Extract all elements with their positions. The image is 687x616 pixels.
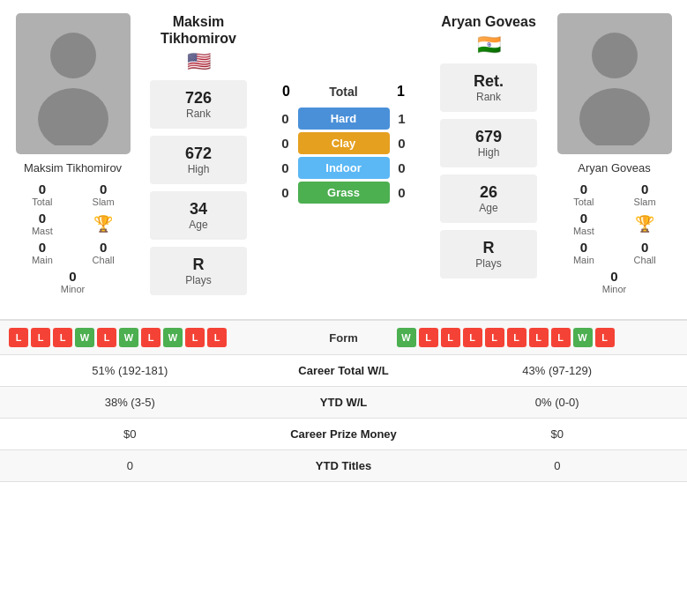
stat-right-1: 0% (0-0) [441,396,675,409]
form-badge-l: L [141,328,161,347]
stat-right-3: 0 [441,459,675,472]
stat-row-0: 51% (192-181) Career Total W/L 43% (97-1… [0,355,687,387]
total-row: 0 Total 1 [273,84,414,100]
form-badge-w: W [75,328,94,347]
stat-left-2: $0 [13,427,247,441]
top-wrapper: Maksim Tikhomirov 0 Total 0 Slam 0 Mast … [0,0,687,319]
form-badge-w: W [397,328,416,347]
form-row: LLLWLWLWLL Form WLLLLLLLWL [0,321,687,355]
form-badge-l: L [9,328,28,347]
form-badge-w: W [119,328,138,347]
surface-right-score-grass: 0 [390,185,414,200]
svg-point-2 [592,33,638,78]
left-total-score: 0 [273,84,300,100]
form-badge-l: L [529,328,549,347]
right-player-card: Aryan Goveas 0 Total 0 Slam 0 Mast 🏆 [546,0,687,319]
right-chall: 0 Chall [616,240,674,265]
svg-point-1 [38,88,108,145]
stat-label-3: YTD Titles [247,459,441,472]
surface-btn-hard: Hard [298,108,390,130]
form-badge-l: L [485,328,504,347]
left-player-avatar [16,13,131,154]
surface-row-hard: 0 Hard 1 [273,108,414,130]
total-label: Total [300,85,388,99]
surface-left-score-clay: 0 [273,136,298,151]
form-badge-l: L [507,328,526,347]
left-plays-box: R Plays [150,247,247,295]
right-rank-box: Ret. Rank [440,63,537,112]
left-mast: 0 Mast [13,211,71,236]
surface-right-score-clay: 0 [390,136,414,151]
left-form-badges: LLLWLWLWLL [9,328,291,347]
surface-btn-grass: Grass [298,182,390,204]
left-minor: 0 Minor [44,269,101,294]
surface-btn-clay: Clay [298,132,390,154]
right-age-box: 26 Age [440,174,537,223]
left-player-stats: 0 Total 0 Slam 0 Mast 🏆 0 Main [9,182,137,294]
left-age-box: 34 Age [150,191,247,240]
surface-rows: 0 Hard 1 0 Clay 0 0 Indoor 0 0 Grass 0 [273,105,414,206]
stat-rows: 51% (192-181) Career Total W/L 43% (97-1… [0,355,687,482]
surface-right-score-hard: 1 [390,111,414,126]
right-high-box: 679 High [440,119,537,167]
stat-label-1: YTD W/L [247,396,441,409]
right-player-name-top: Aryan Goveas [441,13,536,30]
left-chall: 0 Chall [75,240,132,265]
stat-left-3: 0 [13,459,247,472]
left-player-card: Maksim Tikhomirov 0 Total 0 Slam 0 Mast … [0,0,141,319]
stat-label-0: Career Total W/L [247,364,441,377]
form-badge-l: L [31,328,50,347]
surface-right-score-indoor: 0 [390,160,414,175]
surface-left-score-indoor: 0 [273,160,298,175]
left-high-box: 672 High [150,136,247,184]
form-badge-l: L [53,328,72,347]
form-badge-w: W [163,328,183,347]
svg-point-0 [50,33,96,78]
form-badge-w: W [573,328,593,347]
surface-left-score-hard: 0 [273,111,298,126]
form-label: Form [291,331,397,345]
left-trophy-icon: 🏆 [75,211,132,236]
surface-row-grass: 0 Grass 0 [273,182,414,204]
right-minor: 0 Minor [586,269,643,294]
left-main: 0 Main [13,240,71,265]
center-column: Maksim Tikhomirov 🇺🇸 726 Rank 672 High 3… [141,0,546,319]
left-player-name-top: Maksim Tikhomirov [146,13,251,47]
right-trophy-icon: 🏆 [616,211,674,236]
bottom-section: LLLWLWLWLL Form WLLLLLLLWL 51% (192-181)… [0,319,687,482]
right-mast: 0 Mast [555,211,612,236]
left-flag: 🇺🇸 [187,50,211,73]
right-player-stats: 0 Total 0 Slam 0 Mast 🏆 0 Main [550,182,678,294]
stat-row-1: 38% (3-5) YTD W/L 0% (0-0) [0,387,687,419]
form-badge-l: L [441,328,460,347]
stat-left-0: 51% (192-181) [13,364,247,377]
form-badge-l: L [551,328,571,347]
surface-btn-indoor: Indoor [298,157,390,179]
svg-point-3 [579,88,650,145]
surface-left-score-grass: 0 [273,185,298,200]
form-badge-l: L [97,328,116,347]
right-plays-box: R Plays [440,230,537,278]
right-flag: 🇮🇳 [477,33,501,56]
form-badge-l: L [185,328,205,347]
surface-row-clay: 0 Clay 0 [273,132,414,154]
stat-left-1: 38% (3-5) [13,396,247,409]
surface-row-indoor: 0 Indoor 0 [273,157,414,179]
stat-right-0: 43% (97-129) [441,364,675,377]
right-form-badges: WLLLLLLLWL [397,328,679,347]
right-player-avatar [557,13,672,154]
left-slam: 0 Slam [75,182,132,207]
left-rank-box: 726 Rank [150,80,247,129]
form-badge-l: L [463,328,482,347]
stat-label-2: Career Prize Money [247,427,441,441]
right-player-name: Aryan Goveas [578,161,650,174]
right-total-score: 1 [388,84,414,100]
right-total: 0 Total [555,182,612,207]
left-total: 0 Total [13,182,71,207]
main-container: Maksim Tikhomirov 0 Total 0 Slam 0 Mast … [0,0,687,482]
stat-row-2: $0 Career Prize Money $0 [0,419,687,450]
left-player-name: Maksim Tikhomirov [24,161,122,174]
stat-row-3: 0 YTD Titles 0 [0,450,687,482]
right-main: 0 Main [555,240,612,265]
stat-right-2: $0 [441,427,675,441]
